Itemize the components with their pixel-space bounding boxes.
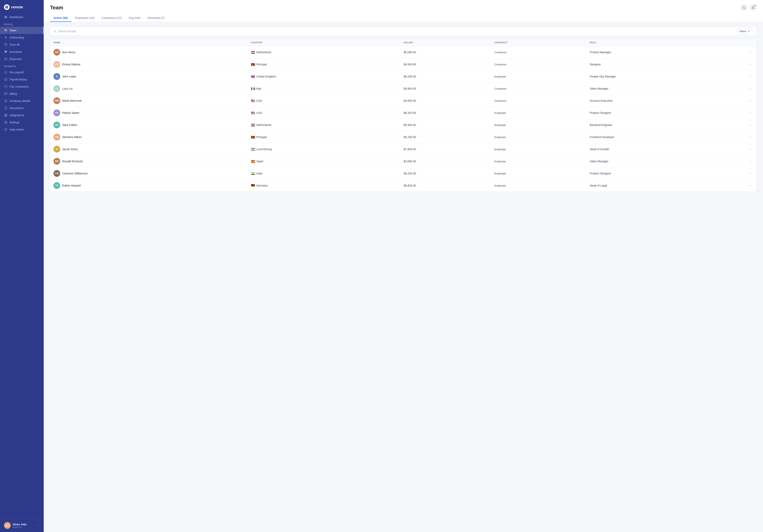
tab-active[interactable]: Active (36) [50,14,71,22]
table-row[interactable]: RR Ronald Richards 🇪🇸 Spain $3,650.00Emp… [50,156,756,167]
cell-salary: $7,800.00 [400,143,491,156]
contract-badge: Employee [494,148,506,151]
search-button[interactable] [740,4,747,11]
sidebar-item-pay-contractors[interactable]: Pay contractors [0,83,44,90]
sidebar-item-settings[interactable]: Settings [0,119,44,126]
row-more-button[interactable]: ··· [748,147,753,152]
cell-contract: Contractor [491,58,587,70]
svg-point-33 [4,128,7,131]
sidebar-item-label: Onboarding [10,36,24,39]
col-name[interactable]: Name ↑ [50,39,248,46]
country-flag: 🇮🇳 [251,172,255,175]
sidebar-item-billing[interactable]: Billing [0,90,44,97]
cell-country: 🇵🇹 Portugal [248,131,400,143]
notifications-button[interactable] [749,4,757,11]
country-cell: 🇪🇸 Spain [251,160,397,163]
country-name: Portugal [256,63,267,66]
sidebar-item-onboarding[interactable]: Onboarding [0,34,44,41]
cell-actions: ··· [745,70,756,83]
table-row[interactable]: CW Cameron Williamson 🇮🇳 India $4,230.00… [50,167,756,179]
tab-org-chart[interactable]: Org chart [125,14,144,22]
row-more-button[interactable]: ··· [748,135,753,140]
table-row[interactable]: JL John Lewis 🇬🇧 United Kingdom $6,200.0… [50,70,756,83]
sidebar-item-incentives[interactable]: Incentives [0,48,44,55]
person-name: Cameron Williamson [62,172,88,175]
row-more-button[interactable]: ··· [748,86,753,91]
sidebar-item-help-center[interactable]: Help center [0,126,44,133]
country-name: Netherlands [256,51,272,54]
tab-contractors[interactable]: Contractors (12) [98,14,125,22]
sidebar-item-payroll-history[interactable]: Payroll history [0,76,44,83]
country-cell: 🇳🇱 Netherlands [251,123,397,127]
svg-point-2 [7,7,7,7]
row-more-button[interactable]: ··· [748,183,753,188]
user-more-button[interactable]: ··· [37,524,40,527]
row-more-button[interactable]: ··· [748,171,753,176]
table-row[interactable]: LL Lucy Liu 🇮🇹 Italy $4,800.00Contractor… [50,83,756,95]
svg-rect-25 [5,101,6,102]
tab-dismissed[interactable]: Dismissed (7) [144,14,168,22]
sidebar-item-run-payroll[interactable]: Run payroll [0,69,44,76]
row-more-button[interactable]: ··· [748,98,753,103]
table-row[interactable]: JJ Jacob Jones 🇱🇺 Luxembourg $7,800.00Em… [50,143,756,156]
logo-icon [4,4,10,10]
person-cell: JJ Jacob Jones [54,146,245,153]
person-cell: PS Patrick Sawer [54,109,245,116]
search-input[interactable] [58,30,736,33]
sidebar-item-timeoff[interactable]: Time off [0,41,44,48]
cell-name: MM Marla Memmott [50,95,248,107]
cell-country: 🇺🇸 USA [248,95,400,107]
cell-role: Product Manager [587,46,745,58]
cell-country: 🇪🇸 Spain [248,156,400,167]
table-row[interactable]: SC Sara Collins 🇳🇱 Netherlands $5,400.00… [50,119,756,131]
person-name: Esther Howard [62,184,81,187]
person-name: John Lewis [62,75,76,78]
sidebar-item-dashboard[interactable]: Dashboard [0,14,44,21]
row-more-button[interactable]: ··· [748,159,753,164]
table-row[interactable]: AH Ann Henry 🇳🇱 Netherlands $5,000.00Con… [50,46,756,58]
tab-employees[interactable]: Employees (24) [71,14,98,22]
sidebar-item-label: Incentives [10,50,22,53]
person-avatar: SC [54,122,60,128]
row-more-button[interactable]: ··· [748,74,753,79]
svg-line-38 [55,32,56,32]
cell-role: People Ops Manager [587,70,745,83]
search-filter-bar: Filters [50,27,757,36]
user-name: Stone Jobs [13,523,35,526]
person-avatar: SM [54,134,60,141]
svg-rect-28 [4,114,6,115]
page-title: Team [50,5,63,11]
cell-name: AH Ann Henry [50,46,248,58]
sidebar-item-label: Settings [10,121,20,124]
sidebar-item-company-details[interactable]: Company details [0,97,44,104]
filters-label: Filters [739,30,746,33]
table-row[interactable]: MM Marla Memmott 🇺🇸 USA $3,650.00Contrac… [50,95,756,107]
filters-button[interactable]: Filters [736,28,753,34]
table-row[interactable]: TS Esther Howard 🇩🇪 Germany $6,820.00Emp… [50,179,756,192]
person-name: Ronald Richards [62,160,83,163]
person-cell: SM Sherlene Milner [54,134,245,141]
sidebar-item-team[interactable]: Team [0,27,44,34]
filter-icon [747,30,750,33]
row-more-button[interactable]: ··· [748,62,753,67]
row-more-button[interactable]: ··· [748,123,753,128]
sidebar-item-documents[interactable]: Documents [0,104,44,112]
person-cell: JL John Lewis [54,73,245,80]
cell-role: Head of Growth [587,143,745,156]
sidebar-user: SJ Stone Jobs Apple Inc. ··· [0,519,44,532]
sidebar-item-expenses[interactable]: Expenses [0,55,44,62]
row-more-button[interactable]: ··· [748,50,753,55]
app-name: remote [11,5,23,9]
cell-country: 🇵🇹 Portugal [248,58,400,70]
history-icon [4,78,8,81]
row-more-button[interactable]: ··· [748,110,753,115]
table-row[interactable]: SM Sherlene Milner 🇵🇹 Portugal $5,150.00… [50,131,756,143]
billing-icon [4,92,8,96]
contractors-icon [4,85,8,88]
table-row[interactable]: ES Emma Stalone 🇵🇹 Portugal $4,500.00Con… [50,58,756,70]
person-cell: CW Cameron Williamson [54,170,245,177]
team-table: Name ↑ Country Salary Contract Role AH A… [50,39,757,192]
table-row[interactable]: PS Patrick Sawer 🇺🇸 USA $6,320.00Employe… [50,107,756,119]
cell-name: SM Sherlene Milner [50,131,248,143]
sidebar-item-integrations[interactable]: Integrations [0,112,44,119]
